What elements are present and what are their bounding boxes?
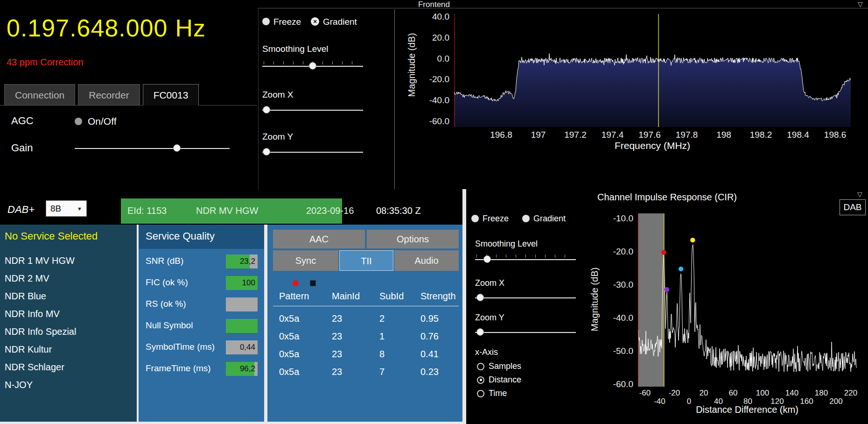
cir-xaxis-options: SamplesDistanceTime [477, 360, 521, 400]
slider-track[interactable] [262, 110, 363, 111]
checked-x-icon: ✕ [313, 19, 317, 25]
panel-splitter[interactable] [462, 189, 466, 424]
quality-badge: 100 [226, 276, 258, 290]
quality-badge [226, 319, 258, 333]
agc-label: AGC [11, 115, 34, 127]
slider-handle[interactable] [476, 328, 484, 336]
service-quality-panel: Service Quality SNR (dB)23,2FIC (ok %)10… [139, 225, 264, 424]
date-label: 2023-09-16 [306, 205, 354, 216]
frontend-collapse-icon[interactable]: ▽ [858, 1, 863, 7]
spectrum-x-tick: 196.8 [483, 130, 520, 140]
xaxis-option-label: Time [489, 389, 507, 398]
decoder-tab-aac[interactable]: AAC [273, 230, 365, 248]
quality-badge: 23,2 [226, 254, 258, 269]
decoder-top-tabs: AACOptions [273, 230, 459, 248]
gain-slider[interactable] [75, 143, 230, 154]
frontend-gradient-radio[interactable]: ✕ [311, 17, 319, 26]
cir-collapse-icon[interactable]: ▽ [857, 191, 862, 198]
cir-gradient-radio[interactable] [522, 215, 530, 222]
cir-smoothing-label: Smoothing Level [475, 239, 538, 249]
cir-plot[interactable] [638, 213, 857, 387]
decoder-tab-audio[interactable]: Audio [394, 250, 459, 271]
frontend-top-divider [257, 8, 868, 8]
panel-splitter[interactable] [264, 225, 267, 424]
service-item[interactable]: NDR Kultur [0, 340, 137, 358]
tuner-tab-connection[interactable]: Connection [4, 84, 75, 106]
slider-track[interactable] [262, 152, 363, 153]
slider-track[interactable] [475, 332, 576, 333]
slider-track[interactable] [475, 297, 576, 298]
slider-handle[interactable] [173, 144, 181, 152]
xaxis-option-samples[interactable]: Samples [477, 360, 521, 373]
tuner-tabs: ConnectionRecorderFC0013 [4, 84, 199, 106]
quality-row: SNR (dB)23,2 [139, 251, 264, 272]
quality-row: SymbolTime (ms)0,44 [139, 337, 264, 358]
tii-column-header: SubId [379, 291, 404, 302]
frontend-freeze-radio[interactable] [262, 18, 270, 25]
xaxis-option-time[interactable]: Time [477, 387, 521, 400]
slider-handle[interactable] [263, 148, 270, 155]
tuner-tab-recorder[interactable]: Recorder [78, 84, 140, 106]
radio-time[interactable] [477, 390, 484, 397]
slider-handle[interactable] [263, 106, 270, 113]
tii-column-header: Pattern [279, 291, 309, 302]
cir-smoothing-slider[interactable] [475, 254, 576, 265]
slider-handle[interactable] [309, 62, 316, 70]
slider-handle[interactable] [476, 294, 484, 301]
frontend-zoom-x-slider[interactable] [262, 105, 363, 116]
spectrum-x-tick: 197.8 [668, 130, 706, 140]
output-mode-select[interactable]: DAB [840, 199, 866, 215]
agc-onoff-radio[interactable] [75, 118, 82, 125]
cir-freeze-radio[interactable] [471, 215, 479, 222]
cir-zoom-x-slider[interactable] [475, 292, 576, 304]
channel-select[interactable]: 8B ▼ [46, 200, 87, 217]
frontend-zoom-y-label: Zoom Y [262, 132, 293, 142]
dab-mode-label: DAB+ [7, 204, 35, 216]
fib-status-icon [310, 280, 316, 286]
radio-distance[interactable] [477, 376, 484, 384]
bottom-splitter [0, 422, 462, 424]
frontend-left-divider [258, 9, 259, 189]
tii-cell-value: 0x5a [279, 349, 299, 360]
service-quality-title: Service Quality [146, 230, 215, 242]
service-item[interactable]: NDR 1 MV HGW [0, 252, 137, 269]
cir-zoom-y-slider[interactable] [475, 327, 576, 338]
spectrum-x-tick: 198.4 [779, 130, 817, 140]
tii-cell-value: 7 [379, 367, 385, 377]
tii-cell-value: 0x5a [279, 367, 299, 377]
service-item[interactable]: NDR 2 MV [0, 269, 137, 287]
xaxis-option-distance[interactable]: Distance [477, 373, 521, 387]
quality-label: Null Symbol [146, 320, 193, 331]
quality-label: SNR (dB) [146, 256, 183, 266]
spectrum-y-tick: -40.0 [410, 95, 449, 106]
service-item[interactable]: N-JOY [0, 376, 137, 394]
decoder-tab-options[interactable]: Options [367, 230, 459, 248]
service-item[interactable]: NDR Schlager [0, 358, 137, 376]
service-item[interactable]: NDR Info Spezial [0, 323, 137, 340]
tii-column-header: Strength [420, 291, 456, 302]
service-item[interactable]: NDR Info MV [0, 305, 137, 323]
quality-row: FIC (ok %)100 [139, 272, 264, 294]
frontend-zoom-y-slider[interactable] [262, 147, 363, 158]
output-mode-value: DAB [843, 202, 861, 212]
tii-cell-value: 0.95 [420, 313, 439, 324]
decoder-tab-tii[interactable]: TII [339, 250, 393, 271]
quality-value: 100 [242, 278, 255, 288]
radio-samples[interactable] [477, 363, 484, 370]
sync-status-icon [293, 280, 299, 286]
services-header: No Service Selected [5, 230, 98, 242]
tii-cell-value: 23 [332, 313, 342, 324]
decoder-panel: AACOptions SyncTIIAudio PatternMainIdSub… [267, 225, 462, 424]
quality-row: RS (ok %) [139, 294, 264, 315]
decoder-tab-sync[interactable]: Sync [273, 250, 338, 271]
service-item[interactable]: NDR Blue [0, 287, 137, 305]
decoder-tabs: SyncTIIAudio [273, 250, 459, 271]
slider-handle[interactable] [483, 255, 491, 263]
tuner-tab-fc0013[interactable]: FC0013 [143, 84, 199, 106]
cir-y-tick: -50.0 [594, 346, 633, 357]
slider-track[interactable] [75, 148, 230, 149]
frontend-smoothing-slider[interactable] [262, 61, 363, 72]
quality-label: FrameTime (ms) [146, 363, 211, 374]
spectrum-plot[interactable] [454, 14, 851, 127]
ensemble-id-label: EId: 1153 [127, 205, 167, 216]
